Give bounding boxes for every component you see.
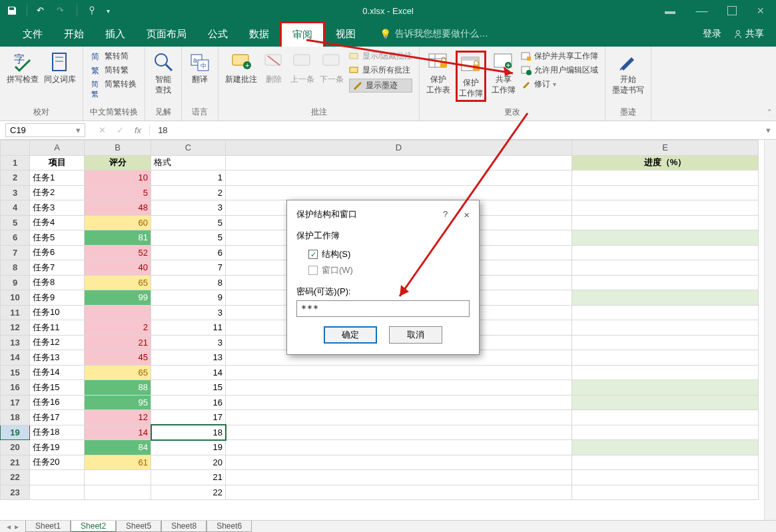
undo-icon[interactable]: ↶ [37,5,47,16]
cell[interactable]: 21 [151,470,226,485]
cell[interactable] [572,260,759,276]
row-header[interactable]: 15 [1,365,30,380]
cell[interactable]: 5 [151,215,226,230]
cell[interactable]: 评分 [85,155,151,170]
cell[interactable]: 7 [151,260,226,276]
cell[interactable]: 任务8 [30,275,85,290]
tell-me-search[interactable]: 💡 告诉我您想要做什么… [380,21,488,47]
cell[interactable]: 14 [151,365,226,380]
cell[interactable] [572,170,759,186]
cell[interactable]: 22 [151,485,226,500]
tab-view[interactable]: 视图 [325,21,366,47]
cell[interactable]: 任务6 [30,245,85,260]
cell[interactable]: 1 [151,170,226,186]
close-icon[interactable]: × [757,4,764,18]
col-header-E[interactable]: E [572,140,759,156]
cell[interactable]: 10 [85,170,151,186]
row-header[interactable]: 19 [1,425,30,440]
cell[interactable] [85,305,151,320]
fx-icon[interactable]: fx [135,125,141,135]
cell[interactable]: 任务20 [30,455,85,470]
cell[interactable] [226,380,572,396]
cell[interactable]: 任务16 [30,395,85,410]
sheet-tab[interactable]: Sheet6 [206,521,252,532]
cell[interactable] [572,380,759,396]
row-header[interactable]: 12 [1,320,30,336]
tab-review[interactable]: 审阅 [280,21,325,47]
cell[interactable] [572,245,759,260]
dialog-close-icon[interactable]: × [464,209,470,220]
cell[interactable]: 65 [85,365,151,380]
cell[interactable] [226,440,572,455]
name-box[interactable]: C19▾ [5,123,85,137]
cell[interactable]: 任务10 [30,305,85,320]
cell[interactable]: 任务11 [30,320,85,336]
cell[interactable]: 8 [151,275,226,290]
row-header[interactable]: 16 [1,380,30,396]
formula-expand-icon[interactable]: ▾ [761,125,776,135]
col-header-C[interactable]: C [151,140,226,156]
cell[interactable] [30,470,85,485]
cell[interactable] [572,470,759,485]
row-header[interactable]: 2 [1,170,30,186]
row-header[interactable]: 17 [1,395,30,410]
show-ink-button[interactable]: 显示墨迹 [349,79,412,93]
cell[interactable] [572,320,759,336]
cell[interactable] [572,275,759,290]
touch-mode-icon[interactable] [87,5,97,16]
cell[interactable]: 3 [151,305,226,320]
cell[interactable]: 11 [151,320,226,336]
cell[interactable] [572,410,759,425]
cell[interactable]: 5 [85,185,151,200]
show-all-comments-button[interactable]: 显示所有批注 [349,65,412,76]
row-header[interactable]: 6 [1,230,30,246]
cell[interactable]: 81 [85,230,151,246]
spell-check-button[interactable]: 字拼写检查 [7,51,39,85]
cell[interactable]: 5 [151,230,226,246]
tab-home[interactable]: 开始 [53,21,95,47]
cell[interactable] [572,335,759,350]
cell[interactable]: 3 [151,200,226,216]
cell[interactable] [572,215,759,230]
cell[interactable]: 12 [85,410,151,425]
cell[interactable] [226,470,572,485]
cell[interactable]: 任务14 [30,365,85,380]
cell[interactable]: 9 [151,290,226,306]
tab-formula[interactable]: 公式 [197,21,238,47]
cell[interactable]: 任务12 [30,335,85,350]
thesaurus-button[interactable]: 同义词库 [44,51,76,85]
cell[interactable] [226,365,572,380]
cell[interactable] [572,305,759,320]
share-button[interactable]: 共享 [733,28,764,40]
cell[interactable]: 进度（%） [572,155,759,170]
cell[interactable]: 任务1 [30,170,85,186]
cell[interactable]: 60 [85,215,151,230]
collapse-ribbon-icon[interactable]: ˄ [767,108,772,118]
cell[interactable] [572,485,759,500]
cell[interactable] [226,170,572,186]
cell[interactable]: 任务4 [30,215,85,230]
sheet-tab[interactable]: Sheet8 [161,521,206,532]
save-icon[interactable] [7,5,17,16]
row-header[interactable]: 3 [1,185,30,200]
start-ink-button[interactable]: 开始 墨迹书写 [612,51,644,95]
login-link[interactable]: 登录 [703,28,721,40]
chinese-convert-button[interactable]: 简繁简繁转换 [91,79,137,90]
row-header[interactable]: 23 [1,485,30,500]
cancel-button[interactable]: 取消 [389,326,442,344]
sheet-tab[interactable]: Sheet1 [25,521,71,532]
cell[interactable]: 任务13 [30,350,85,366]
cell[interactable] [226,185,572,200]
cell[interactable]: 任务7 [30,260,85,276]
share-workbook-button[interactable]: 共享 工作簿 [492,51,516,95]
cell[interactable]: 48 [85,200,151,216]
simp-to-trad-button[interactable]: 简繁转简 [91,51,137,62]
dialog-help-icon[interactable]: ? [443,209,448,220]
cell[interactable]: 格式 [151,155,226,170]
formula-input[interactable]: 18 [149,125,761,135]
cell[interactable] [572,290,759,306]
cell[interactable]: 61 [85,455,151,470]
row-header[interactable]: 4 [1,200,30,216]
cell[interactable]: 45 [85,350,151,366]
track-changes-button[interactable]: 修订▾ [521,79,598,90]
